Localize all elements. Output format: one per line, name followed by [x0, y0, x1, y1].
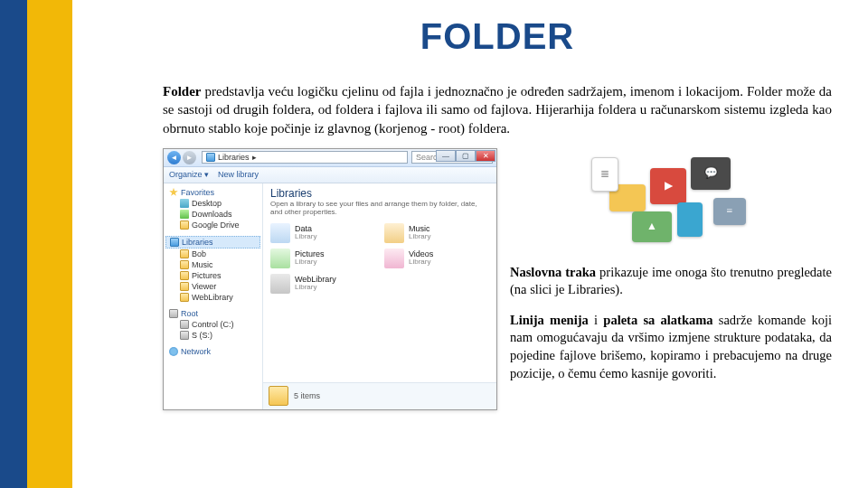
sidebar-item-gdrive[interactable]: Google Drive [165, 220, 260, 230]
intro-text: predstavlja veću logičku cjelinu od fajl… [163, 84, 832, 136]
status-text: 5 items [294, 391, 320, 400]
stripe-blue [0, 0, 27, 488]
chat-tile-icon: 💬 [691, 157, 731, 190]
sidebar-item-lib[interactable]: Bob [165, 249, 260, 259]
stripe-yellow [27, 0, 72, 488]
video-tile-icon: ▶ [650, 168, 686, 204]
sidebar-item-drive[interactable]: Control (C:) [165, 319, 260, 330]
organize-button[interactable]: Organize ▾ [169, 170, 209, 179]
sidebar-item-desktop[interactable]: Desktop [165, 198, 260, 209]
library-item[interactable]: VideosLibrary [384, 249, 489, 268]
intro-bold: Folder [163, 84, 202, 99]
libraries-title: Libraries [270, 187, 489, 200]
sidebar-item-lib[interactable]: Music [165, 259, 260, 270]
p2-mid: i [589, 313, 604, 327]
sidebar-network[interactable]: Network [165, 346, 260, 357]
sidebar-item-downloads[interactable]: Downloads [165, 209, 260, 220]
library-item[interactable]: WebLibraryLibrary [270, 274, 375, 294]
pictures-icon [270, 249, 290, 268]
explorer-main: Libraries Open a library to see your fil… [263, 183, 496, 409]
videos-icon [384, 249, 404, 268]
sidebar-item-lib[interactable]: WebLibrary [165, 292, 260, 303]
folder-icon [180, 260, 189, 269]
library-icon [170, 238, 179, 247]
explorer-statusbar: 5 items [263, 382, 496, 409]
content-area: FOLDER Folder predstavlja veću logičku c… [163, 0, 832, 488]
intro-paragraph: Folder predstavlja veću logičku cjelinu … [163, 82, 832, 137]
folder-icon [269, 386, 288, 406]
close-button[interactable]: ✕ [476, 150, 495, 162]
bookmark-tile-icon [677, 202, 703, 237]
right-column: ▶ 💬 ▲ ≡ ≣ Naslovna traka prikazuje ime o… [510, 148, 832, 410]
breadcrumb-text: Libraries [218, 153, 250, 162]
note-tile-icon: ≡ [713, 198, 746, 225]
nav-back-button[interactable]: ◄ [167, 151, 181, 164]
folder-icon [180, 293, 189, 302]
folder-icon [180, 221, 189, 230]
explorer-window: ◄ ► Libraries ▸ Search Libraries — ▢ ✕ [163, 148, 497, 410]
paragraph-2: Linija menija i paleta sa alatkama sadrž… [510, 312, 832, 382]
computer-icon [169, 309, 178, 318]
sidebar-item-lib[interactable]: Pictures [165, 270, 260, 281]
library-item[interactable]: MusicLibrary [384, 223, 489, 243]
nav-forward-button[interactable]: ► [183, 151, 196, 164]
star-icon [169, 188, 178, 197]
documents-icon [270, 223, 290, 243]
maximize-button[interactable]: ▢ [456, 150, 476, 162]
doc-tile-icon: ≣ [591, 157, 618, 192]
window-buttons: — ▢ ✕ [436, 150, 495, 162]
p2-bold2: paleta sa alatkama [603, 313, 712, 327]
screenshot-wrapper: ◄ ► Libraries ▸ Search Libraries — ▢ ✕ [163, 148, 497, 410]
breadcrumb[interactable]: Libraries ▸ [202, 151, 408, 164]
sidebar-item-drive[interactable]: S (S:) [165, 330, 260, 341]
sidebar-libraries[interactable]: Libraries [165, 236, 260, 249]
new-library-button[interactable]: New library [218, 170, 259, 179]
library-icon [206, 153, 215, 162]
folder-icon [180, 282, 189, 291]
drive-icon [180, 320, 189, 329]
image-tile-icon: ▲ [632, 211, 672, 242]
web-icon [270, 274, 290, 294]
sidebar-root[interactable]: Root [165, 308, 260, 319]
decorative-icons: ▶ 💬 ▲ ≡ ≣ [510, 148, 832, 257]
minimize-button[interactable]: — [436, 150, 456, 162]
paragraph-1: Naslovna traka prikazuje ime onoga što t… [510, 264, 832, 299]
network-icon [169, 347, 178, 356]
p1-bold: Naslovna traka [510, 265, 596, 279]
drive-icon [180, 331, 189, 340]
sidebar-favorites[interactable]: Favorites [165, 187, 260, 198]
folder-icon [180, 271, 189, 280]
explorer-sidebar: Favorites Desktop Downloads Google Drive… [164, 183, 263, 409]
library-item[interactable]: DataLibrary [270, 223, 375, 243]
page-title: FOLDER [163, 16, 832, 57]
libraries-subtitle: Open a library to see your files and arr… [270, 200, 489, 216]
desktop-icon [180, 199, 189, 208]
music-icon [384, 223, 404, 243]
library-item[interactable]: PicturesLibrary [270, 249, 375, 268]
downloads-icon [180, 210, 189, 219]
folder-icon [180, 249, 189, 258]
explorer-toolbar: Organize ▾ New library [164, 167, 496, 183]
sidebar-item-lib[interactable]: Viewer [165, 281, 260, 292]
p2-bold1: Linija menija [510, 313, 589, 327]
explorer-titlebar: ◄ ► Libraries ▸ Search Libraries — ▢ ✕ [164, 149, 496, 167]
chevron-icon: ▸ [252, 153, 257, 162]
